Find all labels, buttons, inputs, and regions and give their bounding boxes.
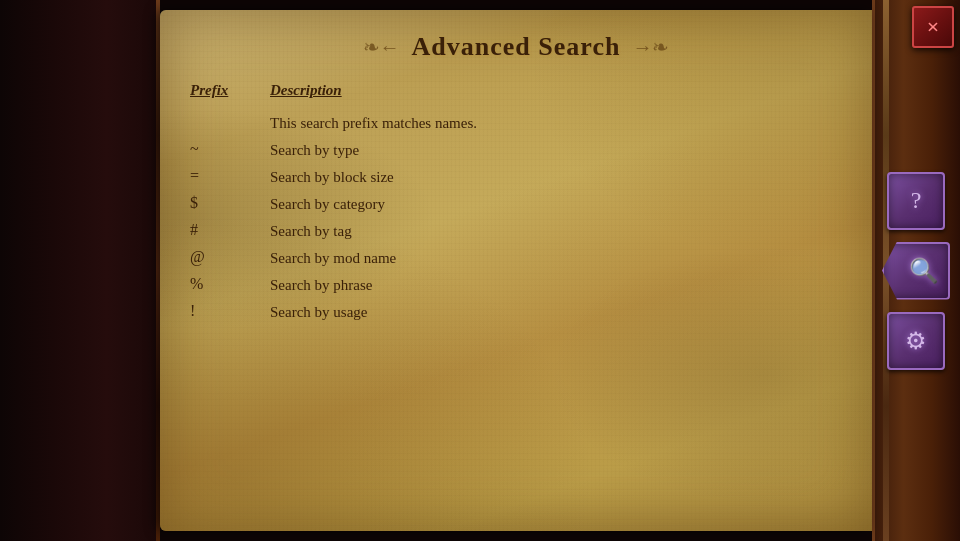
left-border [0, 0, 160, 541]
title-decoration: ❧← Advanced Search →❧ [180, 32, 852, 62]
prefix-cell: % [190, 275, 270, 293]
description-header: Description [270, 82, 342, 99]
table-row: $Search by category [190, 194, 842, 215]
parchment-panel: ❧← Advanced Search →❧ Prefix Description… [160, 10, 872, 531]
table-row: This search prefix matches names. [190, 113, 842, 134]
prefix-cell: ! [190, 302, 270, 320]
table-row: ~Search by type [190, 140, 842, 161]
table-row: #Search by tag [190, 221, 842, 242]
description-cell: Search by category [270, 194, 385, 215]
description-cell: Search by usage [270, 302, 367, 323]
sidebar-buttons: ? 🔍 ⚙ [872, 0, 960, 541]
description-cell: Search by mod name [270, 248, 396, 269]
title-area: ❧← Advanced Search →❧ [160, 10, 872, 74]
table-header: Prefix Description [190, 82, 842, 103]
settings-button[interactable]: ⚙ [887, 312, 945, 370]
prefix-cell: ~ [190, 140, 270, 158]
table-row: %Search by phrase [190, 275, 842, 296]
left-ornament: ❧← [363, 35, 400, 59]
close-icon: × [927, 16, 940, 38]
right-ornament: →❧ [632, 35, 669, 59]
prefix-cell: $ [190, 194, 270, 212]
prefix-cell: # [190, 221, 270, 239]
table-rows: This search prefix matches names.~Search… [190, 113, 842, 323]
table-row: @Search by mod name [190, 248, 842, 269]
gear-icon: ⚙ [905, 327, 927, 355]
search-icon: 🔍 [909, 257, 939, 285]
prefix-cell: @ [190, 248, 270, 266]
prefix-cell: = [190, 167, 270, 185]
description-cell: Search by block size [270, 167, 394, 188]
page-title: Advanced Search [412, 32, 621, 62]
description-cell: Search by phrase [270, 275, 372, 296]
table-row: =Search by block size [190, 167, 842, 188]
table-row: !Search by usage [190, 302, 842, 323]
close-button[interactable]: × [912, 6, 954, 48]
description-cell: Search by type [270, 140, 359, 161]
search-button[interactable]: 🔍 [882, 242, 950, 300]
description-cell: This search prefix matches names. [270, 113, 477, 134]
search-table: Prefix Description This search prefix ma… [160, 74, 872, 349]
description-cell: Search by tag [270, 221, 352, 242]
help-button[interactable]: ? [887, 172, 945, 230]
help-icon: ? [911, 187, 922, 214]
prefix-header: Prefix [190, 82, 270, 99]
